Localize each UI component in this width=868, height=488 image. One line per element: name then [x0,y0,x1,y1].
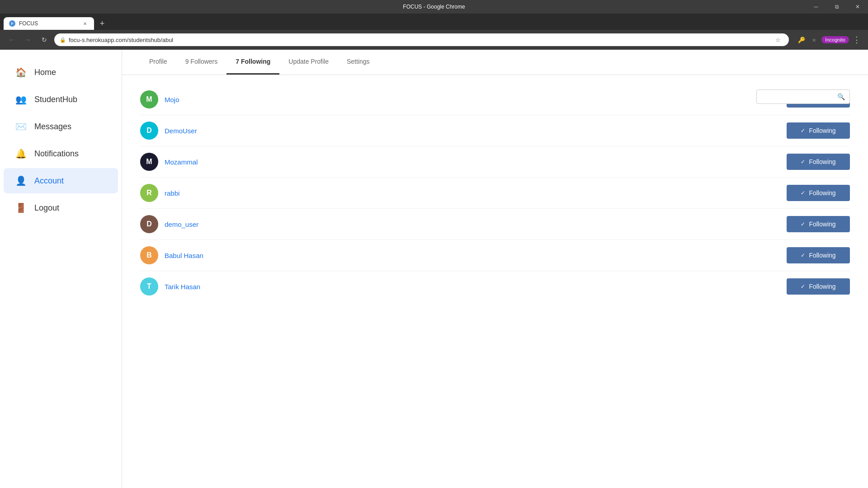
user-link-2[interactable]: DemoUser [165,127,787,135]
back-button[interactable]: ← [5,33,18,46]
reload-button[interactable]: ↻ [38,33,51,46]
list-item: T Tarik Hasan ✓ Following [140,271,850,302]
account-icon: 👤 [14,174,27,187]
bookmark-star-icon[interactable]: ☆ [773,34,783,45]
check-icon: ✓ [801,221,805,227]
avatar-2: D [140,122,158,140]
avatar-1: M [140,90,158,108]
sidebar: 🏠 Home 👥 StudentHub ✉️ Messages 🔔 Notifi… [0,50,122,488]
sidebar-label-logout: Logout [34,203,59,213]
profile-badge[interactable]: Incognito [821,36,849,43]
user-link-6[interactable]: Babul Hasan [165,252,787,259]
tab-favicon: F [9,20,15,27]
list-item: B Babul Hasan ✓ Following [140,240,850,271]
following-btn-label: Following [809,283,835,290]
address-right-icons: ☆ [773,34,783,45]
list-item: R rabbi ✓ Following [140,178,850,209]
list-item: M Mozammal ✓ Following [140,146,850,178]
home-icon: 🏠 [14,66,27,79]
sidebar-item-notifications[interactable]: 🔔 Notifications [4,141,118,166]
user-link-5[interactable]: demo_user [165,221,787,228]
user-link-7[interactable]: Tarik Hasan [165,283,787,291]
sidebar-label-account: Account [34,176,64,186]
address-bar[interactable]: 🔒 focu-s.herokuapp.com/studentshub/abul … [54,33,789,46]
tabs-header: Profile9 Followers7 FollowingUpdate Prof… [122,50,868,75]
tab-settings[interactable]: Settings [338,50,379,75]
tab-followers[interactable]: 9 Followers [176,50,227,75]
avatar-7: T [140,277,158,296]
top-area: Profile9 Followers7 FollowingUpdate Prof… [122,50,868,75]
app-container: 🏠 Home 👥 StudentHub ✉️ Messages 🔔 Notifi… [0,50,868,488]
tab-title-label: FOCUS [19,20,78,27]
bookmark-icon[interactable]: ★ [809,34,820,45]
following-btn-label: Following [809,221,835,228]
sidebar-label-messages: Messages [34,122,71,131]
tab-update-profile[interactable]: Update Profile [279,50,338,75]
following-button-2[interactable]: ✓ Following [787,122,850,139]
user-link-3[interactable]: Mozammal [165,158,787,166]
chrome-menu-buttons: 🔑 ★ Incognito ⋮ [796,34,863,45]
check-icon: ✓ [801,252,805,258]
minimize-button[interactable]: ─ [806,0,826,14]
tab-profile[interactable]: Profile [140,50,176,75]
following-list: M Mojo ✓ Following D DemoUser ✓ Followin… [122,75,868,488]
check-icon: ✓ [801,159,805,165]
tab-close-button[interactable]: ✕ [81,20,89,27]
main-content: Profile9 Followers7 FollowingUpdate Prof… [122,50,868,488]
sidebar-item-messages[interactable]: ✉️ Messages [4,114,118,139]
search-button[interactable]: 🔍 [837,93,845,100]
extensions-icon[interactable]: 🔑 [796,34,807,45]
tab-bar: F FOCUS ✕ + [0,14,868,30]
sidebar-label-home: Home [34,68,56,77]
active-tab[interactable]: F FOCUS ✕ [4,17,94,30]
avatar-4: R [140,184,158,202]
search-input[interactable] [761,94,837,100]
following-btn-label: Following [809,189,835,197]
chrome-menu-button[interactable]: ⋮ [851,35,863,45]
search-container: 🔍 [756,89,850,104]
address-bar-container: ← → ↻ 🔒 focu-s.herokuapp.com/studentshub… [0,30,868,50]
logout-icon: 🚪 [14,202,27,214]
sidebar-item-logout[interactable]: 🚪 Logout [4,195,118,221]
url-text: focu-s.herokuapp.com/studentshub/abul [69,37,770,43]
avatar-6: B [140,246,158,264]
following-button-3[interactable]: ✓ Following [787,154,850,170]
avatar-5: D [140,215,158,233]
check-icon: ✓ [801,283,805,290]
following-button-6[interactable]: ✓ Following [787,247,850,263]
notifications-icon: 🔔 [14,147,27,160]
browser-titlebar: FOCUS - Google Chrome ─ ⧉ ✕ [0,0,868,14]
tab-following[interactable]: 7 Following [226,50,279,75]
following-button-5[interactable]: ✓ Following [787,216,850,232]
sidebar-item-account[interactable]: 👤 Account [4,168,118,193]
list-item: M Mojo ✓ Following [140,84,850,115]
avatar-3: M [140,153,158,171]
user-link-4[interactable]: rabbi [165,189,787,197]
close-button[interactable]: ✕ [847,0,868,14]
forward-button[interactable]: → [22,33,34,46]
browser-controls: ─ ⧉ ✕ [806,0,868,14]
following-btn-label: Following [809,252,835,259]
lock-icon: 🔒 [60,37,66,43]
list-item: D demo_user ✓ Following [140,209,850,240]
check-icon: ✓ [801,127,805,134]
messages-icon: ✉️ [14,120,27,133]
sidebar-label-studenthub: StudentHub [34,95,77,104]
new-tab-button[interactable]: + [96,17,108,30]
browser-title: FOCUS - Google Chrome [403,4,465,10]
list-item: D DemoUser ✓ Following [140,115,850,146]
restore-button[interactable]: ⧉ [826,0,847,14]
following-btn-label: Following [809,127,835,134]
sidebar-label-notifications: Notifications [34,149,79,159]
search-input-wrap: 🔍 [756,89,850,104]
following-btn-label: Following [809,158,835,165]
studenthub-icon: 👥 [14,93,27,106]
check-icon: ✓ [801,190,805,196]
following-button-7[interactable]: ✓ Following [787,278,850,295]
sidebar-item-home[interactable]: 🏠 Home [4,60,118,85]
sidebar-item-studenthub[interactable]: 👥 StudentHub [4,87,118,112]
following-button-4[interactable]: ✓ Following [787,185,850,201]
user-link-1[interactable]: Mojo [165,96,787,103]
